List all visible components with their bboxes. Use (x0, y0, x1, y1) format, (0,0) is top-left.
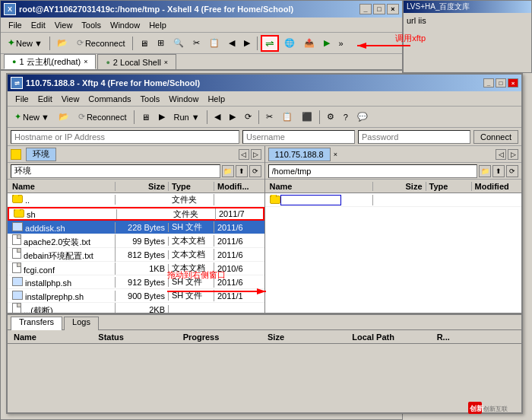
tb-icon-10[interactable]: ▶ (320, 35, 334, 52)
tb-icon-6[interactable]: ◀ (225, 35, 239, 52)
xftp-tb-3[interactable]: ◀ (211, 109, 224, 126)
left-nav-prev[interactable]: ◁ (239, 149, 249, 160)
xftp-maximize-btn[interactable]: □ (496, 78, 506, 88)
xftp-run-btn[interactable]: Run ▼ (170, 109, 204, 126)
list-item[interactable] (265, 193, 522, 207)
xftp-app-icon: ⇌ (11, 77, 23, 89)
xshell-reconnect-btn[interactable]: ⟳ Reconnect (73, 35, 129, 52)
xftp-new-icon: ✦ (14, 112, 21, 122)
list-item[interactable]: debain环境配置.txt 812 Bytes 文本文档 2011/6 (8, 248, 264, 262)
xftp-launch-btn[interactable]: ⇌ (261, 35, 279, 52)
file-icon (12, 303, 21, 313)
col-size-header: Size (116, 182, 169, 191)
xftp-minimize-btn[interactable]: _ (483, 78, 494, 88)
xftp-tb-9[interactable]: ⚙ (323, 109, 338, 126)
xshell-maximize-btn[interactable]: □ (373, 4, 385, 14)
xftp-tb-2[interactable]: ▶ (155, 109, 169, 126)
file-icon (12, 248, 21, 259)
tb-icon-2[interactable]: ⊞ (154, 35, 168, 52)
xshell-new-btn[interactable]: ✦ New▼ (4, 35, 46, 52)
watermark-logo: 创新 创新互联 (468, 400, 529, 415)
xftp-reconnect-icon: ⟳ (78, 112, 85, 122)
list-item[interactable]: apache2.0安装.txt 99 Bytes 文本文档 2011/6 (8, 234, 264, 248)
xftp-new-btn[interactable]: ✦ New ▼ (11, 109, 53, 126)
xftp-menu-edit[interactable]: Edit (33, 93, 57, 105)
right-path-btn-2[interactable]: ⬆ (492, 165, 505, 177)
left-panel-header: 环境 ◁ ▷ (8, 146, 264, 163)
tab1-close-btn[interactable]: × (84, 58, 87, 65)
new-folder-input[interactable] (280, 195, 341, 205)
xftp-tb-7[interactable]: 📋 (278, 109, 296, 126)
list-item[interactable]: fcgi.conf 1KB 文本文档 2010/6 (8, 262, 264, 275)
xftp-reconnect-btn[interactable]: ⟳ Reconnect (74, 109, 131, 126)
username-input[interactable] (242, 130, 355, 144)
connect-btn[interactable]: Connect (473, 130, 518, 144)
xftp-tb-8[interactable]: ⬛ (298, 109, 316, 126)
transfer-panel: Transfers Logs Name Status Progress Size… (8, 313, 521, 373)
tb-icon-8[interactable]: 🌐 (280, 35, 299, 52)
xftp-menu-view[interactable]: View (57, 93, 84, 105)
xshell-menu-file[interactable]: File (4, 19, 27, 31)
xshell-open-btn[interactable]: 📂 (53, 35, 71, 52)
tb-icon-9[interactable]: 📤 (300, 35, 318, 52)
list-item[interactable]: ...(截断) 2KB (8, 303, 264, 313)
transfer-tab-transfers[interactable]: Transfers (11, 317, 62, 330)
tb-icon-3[interactable]: 🔍 (169, 35, 188, 52)
xshell-menu-edit[interactable]: Edit (27, 19, 50, 31)
tcol-status: Status (95, 332, 179, 342)
right-nav-prev[interactable]: ◁ (496, 149, 506, 160)
hostname-input[interactable] (11, 130, 239, 144)
tb-icon-4[interactable]: ✂ (189, 35, 204, 52)
xshell-minimize-btn[interactable]: _ (359, 4, 372, 14)
right-panel-close[interactable]: × (332, 151, 339, 158)
list-item[interactable]: installprephp.sh 900 Bytes SH 文件 2011/1 (8, 289, 264, 303)
xshell-menu-help[interactable]: Help (144, 19, 171, 31)
xftp-tb-4[interactable]: ▶ (226, 109, 239, 126)
left-path-btn-1[interactable]: 📁 (222, 165, 234, 177)
transfer-tab-logs[interactable]: Logs (64, 317, 99, 330)
xftp-menu-help[interactable]: Help (203, 93, 230, 105)
xshell-menu-view[interactable]: View (50, 19, 78, 31)
xftp-close-btn[interactable]: × (508, 78, 518, 88)
xftp-tb-open[interactable]: 📂 (55, 109, 73, 126)
xftp-sep-3 (258, 110, 259, 124)
xshell-tab-bar: ● 1 云主机(redhat) × ● 2 Local Shell × (1, 54, 402, 71)
tb-icon-1[interactable]: 🖥 (136, 35, 152, 52)
xftp-tb-5[interactable]: ⟳ (241, 109, 255, 126)
tab2-close-btn[interactable]: × (164, 59, 168, 66)
list-item[interactable]: installphp.sh 912 Bytes SH 文件 2011/6 (8, 275, 264, 289)
xshell-close-btn[interactable]: × (387, 4, 399, 14)
xftp-tb-6[interactable]: ✂ (262, 109, 277, 126)
toolbar-sep-1 (49, 37, 50, 50)
right-path-btn-3[interactable]: ⟳ (506, 165, 518, 177)
xshell-menu-tools[interactable]: Tools (77, 19, 106, 31)
xftp-tb-11[interactable]: 💬 (353, 109, 372, 126)
right-path-input[interactable] (268, 164, 478, 178)
left-path-btn-2[interactable]: ⬆ (236, 165, 248, 177)
xftp-menu-tools[interactable]: Tools (136, 93, 165, 105)
left-panel-title[interactable]: 环境 (26, 148, 56, 161)
col-modified-header: Modifi... (214, 182, 263, 191)
left-path-input[interactable] (11, 164, 220, 178)
xftp-menu-commands[interactable]: Commands (84, 93, 135, 105)
xftp-menu-file[interactable]: File (11, 93, 33, 105)
left-nav-next[interactable]: ▷ (251, 149, 261, 160)
list-item[interactable]: .. 文件夹 (8, 193, 264, 207)
xftp-menu-window[interactable]: Window (164, 93, 203, 105)
right-path-btn-1[interactable]: 📁 (479, 165, 491, 177)
rcol-modified-header: Modified (472, 182, 521, 191)
left-path-btn-3[interactable]: ⟳ (249, 165, 261, 177)
xftp-tb-1[interactable]: 🖥 (138, 109, 154, 126)
xshell-menu-window[interactable]: Window (106, 19, 144, 31)
right-panel-title[interactable]: 110.75.188.8 (268, 148, 331, 161)
tb-icon-5[interactable]: 📋 (205, 35, 223, 52)
list-item[interactable]: sh 文件夹 2011/7 (8, 207, 264, 221)
tb-more-btn[interactable]: » (335, 35, 347, 52)
xshell-tab-2[interactable]: ● 2 Local Shell × (97, 54, 176, 69)
xshell-tab-1[interactable]: ● 1 云主机(redhat) × (4, 54, 96, 69)
xftp-tb-10[interactable]: ? (340, 109, 352, 126)
password-input[interactable] (358, 130, 470, 144)
list-item[interactable]: adddisk.sh 228 Bytes SH 文件 2011/6 (8, 221, 264, 234)
tb-icon-7[interactable]: ▶ (240, 35, 254, 52)
right-nav-next[interactable]: ▷ (508, 149, 518, 160)
